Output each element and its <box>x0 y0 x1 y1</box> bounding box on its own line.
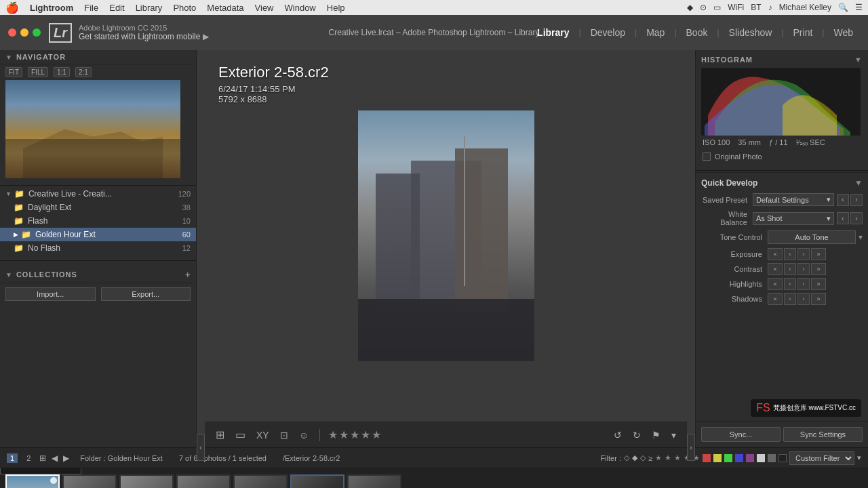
highlights-inc-large-btn[interactable]: » <box>811 278 826 290</box>
close-button[interactable] <box>8 28 16 37</box>
left-panel-toggle[interactable]: ‹ <box>197 434 205 461</box>
menu-edit[interactable]: Edit <box>109 3 124 13</box>
saved-preset-select[interactable]: Default Settings ▾ <box>753 193 834 206</box>
prev-page-btn[interactable]: ◀ <box>52 453 58 463</box>
loupe-view-btn[interactable]: ▭ <box>233 427 248 443</box>
shadows-dec-large-btn[interactable]: « <box>768 293 783 305</box>
tab-print[interactable]: Print <box>787 24 820 41</box>
arrow-icon[interactable]: ▶ <box>203 32 209 41</box>
wb-prev-btn[interactable]: ‹ <box>837 212 849 224</box>
flag-btn[interactable]: ⚑ <box>649 428 663 442</box>
contrast-inc-large-btn[interactable]: » <box>811 263 826 275</box>
tab-web[interactable]: Web <box>827 24 860 41</box>
filter-color-red[interactable] <box>703 454 711 462</box>
import-button[interactable]: Import... <box>5 287 96 301</box>
contrast-dec-large-btn[interactable]: « <box>768 263 783 275</box>
grid-view-btn[interactable]: ⊞ <box>213 427 227 443</box>
filter-select-arrow[interactable]: ▾ <box>857 453 861 462</box>
filter-color-blue[interactable] <box>735 454 743 462</box>
menu-file[interactable]: File <box>84 3 98 13</box>
highlights-inc-btn[interactable]: › <box>797 278 810 290</box>
maximize-button[interactable] <box>33 28 41 37</box>
wb-next-btn[interactable]: › <box>850 212 863 224</box>
survey-view-btn[interactable]: ⊡ <box>277 428 291 442</box>
menu-window[interactable]: Window <box>285 3 316 13</box>
preset-prev-btn[interactable]: ‹ <box>837 194 849 206</box>
histogram-collapse-arrow[interactable]: ▼ <box>854 56 863 64</box>
folder-golden-hour[interactable]: ▶ 📁 Golden Hour Ext 60 <box>0 228 196 241</box>
exposure-inc-large-btn[interactable]: » <box>811 248 826 260</box>
search-icon[interactable]: 🔍 <box>838 3 848 12</box>
menu-view[interactable]: View <box>255 3 274 13</box>
menu-help[interactable]: Help <box>327 3 345 13</box>
nav-2-1-btn[interactable]: 2:1 <box>75 67 92 77</box>
contrast-inc-btn[interactable]: › <box>797 263 810 275</box>
contrast-dec-btn[interactable]: ‹ <box>784 263 796 275</box>
menu-photo[interactable]: Photo <box>173 3 196 13</box>
filmstrip-thumb-2[interactable] <box>62 474 117 489</box>
filter-star-3[interactable]: ★ <box>674 453 681 462</box>
filter-star-1[interactable]: ★ <box>655 453 662 462</box>
exposure-dec-btn[interactable]: ‹ <box>784 248 796 260</box>
next-page-btn[interactable]: ▶ <box>63 453 69 463</box>
right-panel-toggle[interactable]: › <box>687 434 695 461</box>
white-balance-select[interactable]: As Shot ▾ <box>753 212 834 225</box>
export-button[interactable]: Export... <box>101 287 191 301</box>
menu-library[interactable]: Library <box>136 3 163 13</box>
filmstrip-thumb-6[interactable] <box>290 474 344 489</box>
quick-develop-collapse-arrow[interactable]: ▼ <box>854 178 863 188</box>
page-1-btn[interactable]: 1 <box>7 453 18 463</box>
compare-view-btn[interactable]: XY <box>254 428 272 442</box>
filter-color-yellow[interactable] <box>713 454 722 462</box>
shadows-inc-large-btn[interactable]: » <box>811 293 826 305</box>
custom-filter-select[interactable]: Custom Filter <box>789 451 854 465</box>
menu-metadata[interactable]: Metadata <box>207 3 243 13</box>
navigator-collapse-arrow[interactable]: ▼ <box>5 54 12 61</box>
filmstrip-thumb-7[interactable]: ★★★★★ <box>347 474 401 489</box>
rotate-right-btn[interactable]: ↻ <box>630 428 644 442</box>
exposure-dec-large-btn[interactable]: « <box>768 248 783 260</box>
main-photo-container[interactable] <box>358 110 534 361</box>
tab-slideshow[interactable]: Slideshow <box>722 24 779 41</box>
star-4[interactable]: ★ <box>361 428 370 441</box>
sync-button[interactable]: Sync... <box>701 427 781 442</box>
shadows-inc-btn[interactable]: › <box>797 293 810 305</box>
tab-develop[interactable]: Develop <box>584 24 632 41</box>
collections-collapse-arrow[interactable]: ▼ <box>5 271 12 279</box>
menu-icon[interactable]: ☰ <box>855 3 863 12</box>
shadows-dec-btn[interactable]: ‹ <box>784 293 796 305</box>
star-3[interactable]: ★ <box>350 428 359 441</box>
filter-color-green[interactable] <box>724 454 732 462</box>
tab-map[interactable]: Map <box>639 24 671 41</box>
star-2[interactable]: ★ <box>339 428 349 441</box>
filter-star-2[interactable]: ★ <box>665 453 671 462</box>
filmstrip-thumb-4[interactable] <box>176 474 231 489</box>
collections-add-icon[interactable]: + <box>185 269 191 280</box>
tab-book[interactable]: Book <box>679 24 715 41</box>
toolbar-more-btn[interactable]: ▾ <box>669 428 679 442</box>
rotate-left-btn[interactable]: ↺ <box>611 428 625 442</box>
filmstrip-thumb-5[interactable] <box>233 474 288 489</box>
folder-root[interactable]: ▼ 📁 Creative Live - Creati... 120 <box>0 187 196 201</box>
filter-color-black[interactable] <box>778 454 787 462</box>
minimize-button[interactable] <box>20 28 28 37</box>
people-view-btn[interactable]: ☺ <box>296 428 311 442</box>
folder-no-flash[interactable]: 📁 No Flash 12 <box>0 241 196 255</box>
original-photo-checkbox[interactable] <box>703 152 711 161</box>
sync-settings-button[interactable]: Sync Settings <box>783 427 863 442</box>
filmstrip-thumb-3[interactable] <box>119 474 174 489</box>
filter-color-white[interactable] <box>757 454 765 462</box>
highlights-dec-large-btn[interactable]: « <box>768 278 783 290</box>
filter-diamond-1[interactable]: ◇ <box>624 453 629 462</box>
exposure-inc-btn[interactable]: › <box>797 248 810 260</box>
star-1[interactable]: ★ <box>328 428 338 441</box>
page-2-btn[interactable]: 2 <box>23 453 34 463</box>
menu-lightroom[interactable]: Lightroom <box>30 3 73 13</box>
filter-ge-icon[interactable]: ≥ <box>648 454 652 462</box>
filter-color-purple[interactable] <box>746 454 754 462</box>
filmstrip-thumb-1[interactable]: Sky.cr2 10/28/13 5:42:43 PM 5760 x 3840 <box>5 474 60 489</box>
star-5[interactable]: ★ <box>372 428 381 441</box>
filter-diamond-3[interactable]: ◇ <box>640 453 646 462</box>
filter-diamond-2[interactable]: ◆ <box>632 453 637 462</box>
apple-menu[interactable]: 🍎 <box>5 1 19 14</box>
